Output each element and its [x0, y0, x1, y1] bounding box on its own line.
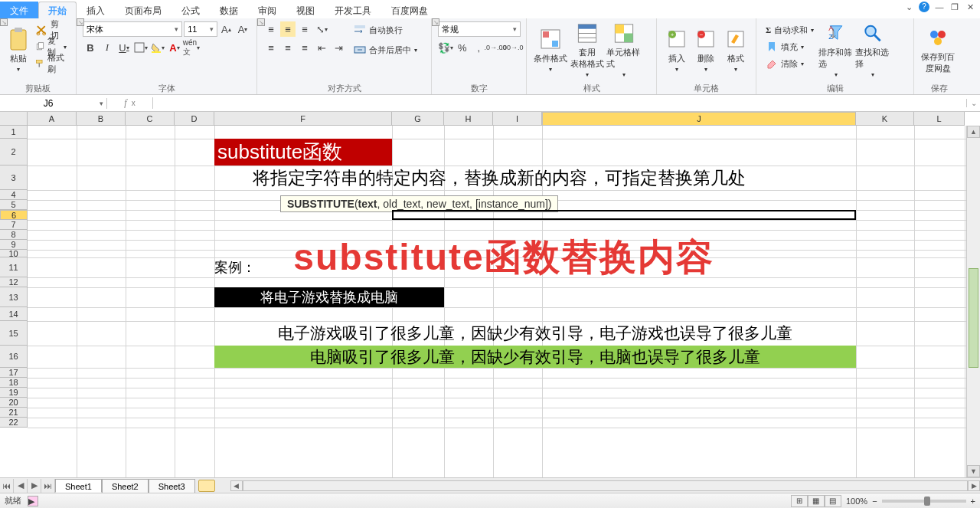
cond-format-button[interactable]: 条件格式▾	[533, 21, 568, 78]
view-break-icon[interactable]: ▤	[825, 495, 841, 507]
row-head-21[interactable]: 21	[0, 408, 28, 418]
namebox-arrow-icon[interactable]: ▾	[96, 100, 106, 107]
tab-review[interactable]: 审阅	[248, 2, 286, 18]
new-sheet-button[interactable]	[198, 480, 215, 492]
row-head-17[interactable]: 17	[0, 368, 28, 378]
row-head-2[interactable]: 2	[0, 139, 28, 166]
row-head-3[interactable]: 3	[0, 166, 28, 190]
macro-icon[interactable]: ▶	[28, 496, 38, 506]
bold-button[interactable]: B	[83, 40, 98, 55]
fill-color-button[interactable]: ▾	[150, 40, 165, 55]
paste-button[interactable]: 粘贴 ▾	[6, 21, 31, 78]
row-head-20[interactable]: 20	[0, 398, 28, 408]
col-head-D[interactable]: D	[175, 112, 214, 126]
grow-font-icon[interactable]: A▴	[219, 21, 234, 37]
number-launcher-icon[interactable]: ↘	[432, 18, 439, 26]
font-size-select[interactable]: 11▾	[184, 21, 217, 37]
italic-button[interactable]: I	[100, 40, 115, 55]
align-left-icon[interactable]: ≡	[263, 40, 279, 55]
name-box[interactable]: ▾	[0, 98, 107, 109]
clear-button[interactable]: 清除▾	[763, 55, 817, 72]
number-format-select[interactable]: 常规▾	[438, 21, 521, 37]
col-head-F[interactable]: F	[214, 112, 392, 126]
sheet-nav-prev-icon[interactable]: ◀	[14, 479, 28, 493]
tab-dev[interactable]: 开发工具	[325, 2, 381, 18]
help-icon[interactable]: ?	[919, 2, 929, 12]
row-head-18[interactable]: 18	[0, 378, 28, 388]
font-launcher-icon[interactable]: ↘	[77, 18, 84, 26]
col-head-C[interactable]: C	[126, 112, 175, 126]
merge-button[interactable]: 合并后居中▾	[351, 41, 420, 58]
phonetic-button[interactable]: wén文▾	[184, 40, 199, 55]
fill-button[interactable]: 填充▾	[763, 38, 817, 55]
align-center-icon[interactable]: ≡	[280, 40, 296, 55]
currency-icon[interactable]: 💱▾	[438, 40, 453, 55]
align-launcher-icon[interactable]: ↘	[257, 18, 265, 26]
hscroll-left-icon[interactable]: ◀	[230, 480, 243, 491]
zoom-out-icon[interactable]: −	[872, 497, 877, 506]
border-button[interactable]: ▾	[133, 40, 149, 55]
hscroll-right-icon[interactable]: ▶	[968, 480, 980, 491]
active-cell[interactable]	[392, 210, 856, 220]
row-head-5[interactable]: 5	[0, 200, 28, 210]
minimize-icon[interactable]: —	[934, 2, 945, 12]
formula-input[interactable]	[153, 98, 966, 109]
row-head-16[interactable]: 16	[0, 346, 28, 368]
autosum-button[interactable]: Σ自动求和▾	[763, 21, 817, 38]
font-name-select[interactable]: 宋体▾	[83, 21, 182, 37]
align-top-icon[interactable]: ≡	[263, 21, 279, 37]
row-head-8[interactable]: 8	[0, 230, 28, 240]
tab-insert[interactable]: 插入	[77, 2, 115, 18]
scroll-thumb[interactable]	[969, 268, 978, 368]
name-box-input[interactable]	[0, 98, 96, 109]
tab-view[interactable]: 视图	[286, 2, 325, 18]
align-bottom-icon[interactable]: ≡	[297, 21, 312, 37]
view-layout-icon[interactable]: ▦	[808, 495, 825, 507]
tab-baidu[interactable]: 百度网盘	[381, 2, 438, 18]
tab-formula[interactable]: 公式	[172, 2, 210, 18]
row-head-19[interactable]: 19	[0, 388, 28, 398]
col-head-G[interactable]: G	[392, 112, 444, 126]
baidu-save-button[interactable]: 保存到百 度网盘	[920, 21, 956, 78]
tab-file[interactable]: 文件	[0, 2, 38, 18]
font-color-button[interactable]: A▾	[167, 40, 182, 55]
row-head-14[interactable]: 14	[0, 307, 28, 321]
row-head-7[interactable]: 7	[0, 220, 28, 230]
scroll-up-icon[interactable]: ▲	[967, 126, 980, 138]
select-all-corner[interactable]	[0, 112, 28, 126]
row-head-4[interactable]: 4	[0, 190, 28, 200]
zoom-in-icon[interactable]: +	[971, 497, 975, 506]
row-head-12[interactable]: 12	[0, 277, 28, 287]
scroll-down-icon[interactable]: ▼	[967, 465, 980, 477]
col-head-B[interactable]: B	[77, 112, 126, 126]
restore-icon[interactable]: ❐	[949, 2, 960, 12]
shrink-font-icon[interactable]: A▾	[235, 21, 250, 37]
sheet-tab-1[interactable]: Sheet1	[55, 479, 102, 493]
table-format-button[interactable]: 套用 表格格式▾	[570, 21, 605, 78]
row-head-13[interactable]: 13	[0, 287, 28, 307]
sort-filter-button[interactable]: AZ排序和筛选▾	[818, 21, 854, 78]
tab-layout[interactable]: 页面布局	[115, 2, 172, 18]
format-cells-button[interactable]: 格式▾	[722, 21, 750, 78]
zoom-value[interactable]: 100%	[846, 497, 867, 506]
align-right-icon[interactable]: ≡	[297, 40, 312, 55]
formula-expand-icon[interactable]: ⌄	[966, 99, 980, 107]
cell-style-button[interactable]: 单元格样式▾	[606, 21, 642, 78]
find-button[interactable]: 查找和选择▾	[855, 21, 890, 78]
row-head-22[interactable]: 22	[0, 418, 28, 428]
wrap-button[interactable]: 自动换行	[351, 21, 420, 38]
sheet-nav-next-icon[interactable]: ▶	[28, 479, 41, 493]
row-head-10[interactable]: 10	[0, 250, 28, 257]
painter-button[interactable]: 格式刷	[32, 55, 70, 72]
vertical-scrollbar[interactable]: ▲ ▼	[966, 126, 980, 477]
col-head-J[interactable]: J	[542, 112, 856, 126]
row-head-1[interactable]: 1	[0, 126, 28, 139]
col-head-A[interactable]: A	[28, 112, 77, 126]
sheet-nav-last-icon[interactable]: ⏭	[41, 479, 55, 493]
indent-dec-icon[interactable]: ⇤	[314, 40, 329, 55]
spreadsheet-grid[interactable]: ABCDFGHIJKL 1234567891011121314151617181…	[0, 112, 980, 477]
col-head-L[interactable]: L	[914, 112, 965, 126]
align-middle-icon[interactable]: ≡	[280, 21, 296, 37]
row-head-15[interactable]: 15	[0, 321, 28, 346]
sheet-tab-2[interactable]: Sheet2	[102, 479, 149, 493]
